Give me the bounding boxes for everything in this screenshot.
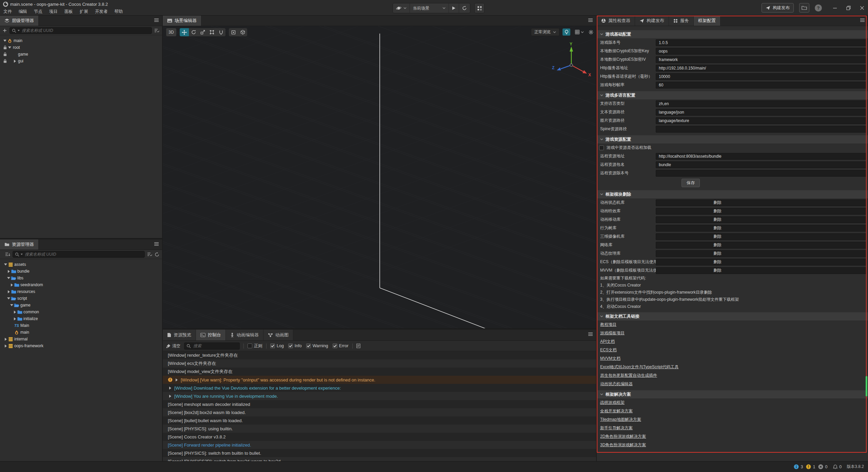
current-scene-select[interactable]: 当前场景 [410,3,449,13]
checkbox-Log[interactable] [270,343,275,348]
log-row[interactable]: [Window] Download the Vue Devtools exten… [163,384,596,392]
menu-item[interactable]: 开发者 [92,8,111,15]
expand-caret-icon[interactable] [168,395,173,398]
field-value-input[interactable]: zh,en [656,100,867,107]
assets-search[interactable] [13,251,145,258]
regex-checkbox[interactable] [248,343,252,348]
doc-link[interactable]: 新手引导解决方案 [600,425,633,431]
field-value-input[interactable]: language/json [656,109,867,116]
field-value-input[interactable]: http://localhost:8083/assets/bundle [656,153,867,160]
tree-item[interactable]: libs [0,275,162,281]
tab-控制台[interactable]: 控制台 [196,330,226,340]
menu-item[interactable]: 节点 [31,8,46,15]
doc-link[interactable]: API文档 [600,339,615,345]
expand-arrow-icon[interactable] [3,338,8,341]
delete-module-button[interactable]: 删除 [712,234,723,240]
expand-arrow-icon[interactable] [13,317,17,320]
tree-item[interactable]: common [0,309,162,315]
menu-item[interactable]: 扩展 [76,8,92,15]
log-filter-Error[interactable]: Error [333,343,349,348]
collapse-arrow-icon[interactable] [7,46,12,48]
tab-动画图[interactable]: 动画图 [263,330,293,340]
log-row[interactable]: [Scene] Cocos Creator v3.8.2 [163,433,596,441]
assets-menu-icon[interactable] [154,242,159,246]
doc-link[interactable]: 战棋游戏框架 [600,400,625,406]
doc-link[interactable]: Tiledmap地图解决方案 [600,417,641,422]
field-value-input[interactable]: 1.0.5 [656,39,867,46]
doc-link[interactable]: 全栈开发解决方案 [600,408,633,414]
doc-link[interactable]: 2D角色扮演游戏解决方案 [600,434,646,439]
checkbox-Warning[interactable] [306,343,311,348]
tree-item[interactable]: initialize [0,315,162,322]
scene-menu-icon[interactable] [588,18,593,22]
filter-list-icon[interactable] [154,28,159,33]
orientation-gizmo[interactable]: Y X Z [549,42,593,86]
collapse-arrow-icon[interactable] [6,277,11,279]
toggle-3d-button[interactable]: 3D [166,28,176,36]
collapse-arrow-icon[interactable] [3,263,8,266]
delete-module-button[interactable]: 删除 [712,208,723,214]
rotate-tool-button[interactable] [189,28,198,36]
log-row[interactable]: [Scene] [box2d]:box2d wasm lib loaded. [163,408,596,416]
log-row[interactable]: [Window] [Vue warn]: Property "onInput" … [163,376,596,384]
tree-item[interactable]: game [0,302,162,309]
doc-link[interactable]: 动画状态机编辑器 [600,381,633,387]
tree-item[interactable]: script [0,295,162,302]
tab-hierarchy[interactable]: 层级管理器 [0,16,39,26]
delete-module-button[interactable]: 删除 [712,225,723,231]
minimize-button[interactable] [832,5,837,11]
log-row[interactable]: [Scene] meshopt wasm decoder initialized [163,400,596,408]
remote-load-checkbox[interactable] [599,145,604,150]
checkbox-Error[interactable] [333,343,337,348]
log-row[interactable]: [Window] You are running Vue in developm… [163,392,596,400]
tree-item[interactable]: root [0,44,162,51]
hierarchy-menu-icon[interactable] [154,18,159,22]
tree-item[interactable]: main [0,329,162,336]
tab-资源预览[interactable]: 资源预览 [163,330,196,340]
log-row[interactable]: [Scene] [bullet]:bullet wasm lib loaded. [163,416,596,425]
checkbox-Info[interactable] [288,343,293,348]
hierarchy-search[interactable] [9,27,152,34]
regex-filter[interactable]: 正则 [248,343,262,349]
log-row[interactable]: [Window] ecs文件夹存在 [163,359,596,368]
filter-list-icon[interactable] [147,252,152,256]
expand-arrow-icon[interactable] [13,311,17,314]
field-value-input[interactable]: language/texture [656,117,867,124]
doc-link[interactable]: Excel格式转Json文件与TypeScript代码工具 [600,364,678,370]
log-row[interactable]: [Scene] [PHYSICS]: using builtin. [163,425,596,433]
panel-menu-icon[interactable] [588,332,593,336]
field-value-input[interactable]: http://192.168.0.150/main/ [656,65,867,72]
notification-count[interactable]: 0 [833,465,842,469]
expand-caret-icon[interactable] [174,378,179,381]
collapse-arrow-icon[interactable] [6,297,11,299]
menu-item[interactable]: 项目 [46,8,61,15]
field-value-input[interactable] [656,126,867,133]
tree-item[interactable]: bundle [0,268,162,275]
scale-tool-button[interactable] [198,28,207,36]
assets-search-input[interactable] [24,252,142,257]
sort-assets-icon[interactable] [5,252,10,256]
doc-link[interactable]: 3D角色扮演游戏解决方案 [600,442,646,448]
menu-item[interactable]: 帮助 [111,8,126,15]
tab-assets[interactable]: 资源管理器 [0,239,39,250]
warning-count[interactable]: 1 [806,464,815,469]
doc-link[interactable]: 教程项目 [600,322,616,328]
platform-select-button[interactable] [393,3,410,13]
log-row[interactable]: [Scene] [PHYSICS]: switch from builtin t… [163,449,596,457]
console-search[interactable] [184,342,240,350]
info-count[interactable]: 3 [794,464,803,469]
tree-item[interactable]: resources [0,288,162,295]
section-header[interactable]: 框架模块删除 [597,190,868,198]
delete-module-button[interactable]: 删除 [712,217,723,223]
log-filter-Log[interactable]: Log [270,343,284,348]
add-node-icon[interactable] [3,28,7,33]
doc-link[interactable]: 原生包热更新配置自动生成插件 [600,373,657,378]
log-filter-Warning[interactable]: Warning [306,343,328,348]
tree-item[interactable]: assets [0,261,162,268]
expand-arrow-icon[interactable] [13,60,17,63]
inspector-scrollbar-thumb[interactable] [866,376,867,396]
clear-console-button[interactable]: 清空 [166,343,180,349]
log-row[interactable]: [Window] model_view文件夹存在 [163,368,596,376]
close-button[interactable] [859,5,865,11]
tab-scene-editor[interactable]: 场景编辑器 [163,16,201,26]
